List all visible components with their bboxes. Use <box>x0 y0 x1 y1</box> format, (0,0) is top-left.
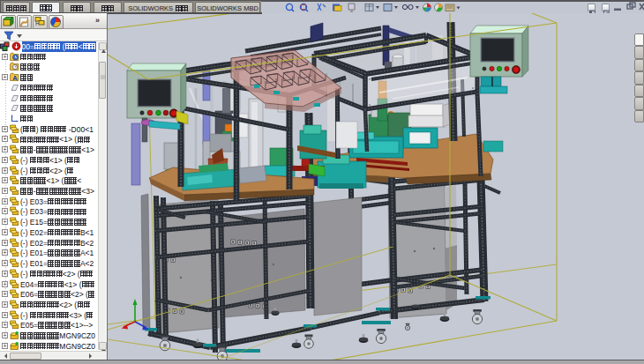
svg-text:A: A <box>12 74 18 82</box>
